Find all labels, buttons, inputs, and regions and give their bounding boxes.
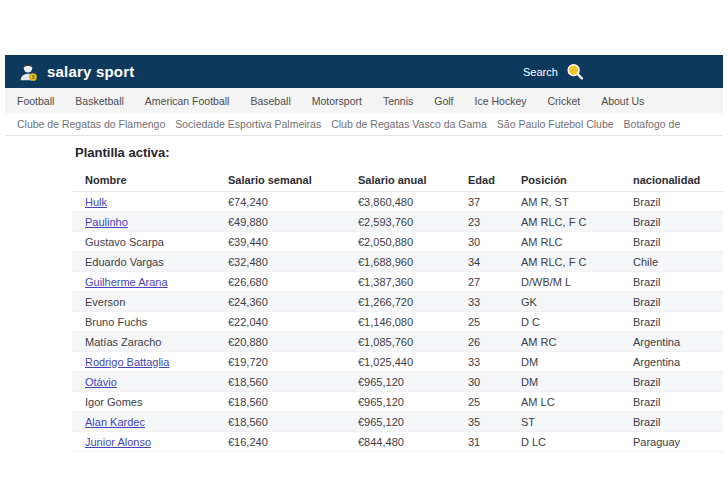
nav-item-football[interactable]: Football bbox=[17, 95, 54, 107]
club-nav-item[interactable]: Botafogo de bbox=[624, 118, 681, 130]
table-row: Otávio€18,560€965,12030DMBrazil bbox=[72, 372, 723, 392]
nav-item-about-us[interactable]: About Us bbox=[601, 95, 644, 107]
logo-link[interactable]: $ salary sport bbox=[5, 61, 134, 83]
table-row: Eduardo Vargas€32,480€1,688,96034AM RLC,… bbox=[72, 252, 723, 272]
weekly-cell: €16,240 bbox=[215, 432, 345, 452]
annual-cell: €965,120 bbox=[345, 392, 455, 412]
player-link[interactable]: Guilherme Arana bbox=[85, 276, 168, 288]
salary-table-body: Hulk€74,240€3,860,48037AM R, STBrazilPau… bbox=[72, 192, 723, 452]
position-cell: AM RLC, F C bbox=[508, 252, 620, 272]
column-header: Nombre bbox=[72, 169, 215, 192]
weekly-cell: €20,880 bbox=[215, 332, 345, 352]
player-name-cell: Paulinho bbox=[72, 212, 215, 232]
annual-cell: €1,146,080 bbox=[345, 312, 455, 332]
position-cell: AM LC bbox=[508, 392, 620, 412]
search-button[interactable]: Search bbox=[523, 55, 585, 88]
nationality-cell: Brazil bbox=[620, 372, 723, 392]
player-name-cell: Rodrigo Battaglia bbox=[72, 352, 215, 372]
player-name-cell: Hulk bbox=[72, 192, 215, 212]
nav-item-motorsport[interactable]: Motorsport bbox=[312, 95, 362, 107]
annual-cell: €965,120 bbox=[345, 372, 455, 392]
player-name-cell: Gustavo Scarpa bbox=[72, 232, 215, 252]
section-title: Plantilla activa: bbox=[75, 145, 723, 160]
club-nav-item[interactable]: Sociedade Esportiva Palmeiras bbox=[175, 118, 321, 130]
top-bar: $ salary sport Search bbox=[5, 55, 723, 88]
table-row: Paulinho€49,880€2,593,76023AM RLC, F CBr… bbox=[72, 212, 723, 232]
column-header: nacionalidad bbox=[620, 169, 723, 192]
age-cell: 31 bbox=[455, 432, 508, 452]
age-cell: 33 bbox=[455, 352, 508, 372]
nav-item-golf[interactable]: Golf bbox=[434, 95, 453, 107]
player-name-cell: Everson bbox=[72, 292, 215, 312]
nationality-cell: Argentina bbox=[620, 352, 723, 372]
table-row: Everson€24,360€1,266,72033GKBrazil bbox=[72, 292, 723, 312]
clubs-nav: Clube de Regatas do FlamengoSociedade Es… bbox=[5, 113, 723, 136]
nationality-cell: Paraguay bbox=[620, 432, 723, 452]
column-header: Edad bbox=[455, 169, 508, 192]
salary-table-header-row: NombreSalario semanalSalario anualEdadPo… bbox=[72, 169, 723, 192]
age-cell: 34 bbox=[455, 252, 508, 272]
nationality-cell: Brazil bbox=[620, 272, 723, 292]
main-content: Plantilla activa: NombreSalario semanalS… bbox=[5, 136, 723, 452]
age-cell: 23 bbox=[455, 212, 508, 232]
weekly-cell: €18,560 bbox=[215, 392, 345, 412]
position-cell: AM RLC bbox=[508, 232, 620, 252]
weekly-cell: €18,560 bbox=[215, 412, 345, 432]
player-name-cell: Bruno Fuchs bbox=[72, 312, 215, 332]
player-link[interactable]: Paulinho bbox=[85, 216, 128, 228]
table-row: Junior Alonso€16,240€844,48031D LCParagu… bbox=[72, 432, 723, 452]
annual-cell: €1,025,440 bbox=[345, 352, 455, 372]
primary-nav: FootballBasketballAmerican FootballBaseb… bbox=[5, 88, 723, 113]
player-link[interactable]: Rodrigo Battaglia bbox=[85, 356, 169, 368]
nationality-cell: Brazil bbox=[620, 212, 723, 232]
age-cell: 33 bbox=[455, 292, 508, 312]
table-row: Matías Zaracho€20,880€1,085,76026AM RCAr… bbox=[72, 332, 723, 352]
player-name-cell: Otávio bbox=[72, 372, 215, 392]
nav-item-tennis[interactable]: Tennis bbox=[383, 95, 413, 107]
annual-cell: €965,120 bbox=[345, 412, 455, 432]
nationality-cell: Brazil bbox=[620, 392, 723, 412]
player-link[interactable]: Junior Alonso bbox=[85, 436, 151, 448]
age-cell: 30 bbox=[455, 232, 508, 252]
annual-cell: €2,050,880 bbox=[345, 232, 455, 252]
position-cell: DM bbox=[508, 372, 620, 392]
weekly-cell: €24,360 bbox=[215, 292, 345, 312]
player-link[interactable]: Hulk bbox=[85, 196, 107, 208]
player-link[interactable]: Otávio bbox=[85, 376, 117, 388]
position-cell: AM RC bbox=[508, 332, 620, 352]
salary-person-icon: $ bbox=[17, 61, 39, 83]
club-nav-item[interactable]: São Paulo Futebol Clube bbox=[497, 118, 614, 130]
age-cell: 30 bbox=[455, 372, 508, 392]
annual-cell: €1,266,720 bbox=[345, 292, 455, 312]
brand-title: salary sport bbox=[47, 63, 134, 80]
nationality-cell: Brazil bbox=[620, 312, 723, 332]
nav-item-cricket[interactable]: Cricket bbox=[547, 95, 580, 107]
player-link[interactable]: Alan Kardec bbox=[85, 416, 145, 428]
player-name-cell: Junior Alonso bbox=[72, 432, 215, 452]
player-name-cell: Igor Gomes bbox=[72, 392, 215, 412]
club-nav-item[interactable]: Clube de Regatas do Flamengo bbox=[17, 118, 165, 130]
table-row: Igor Gomes€18,560€965,12025AM LCBrazil bbox=[72, 392, 723, 412]
weekly-cell: €39,440 bbox=[215, 232, 345, 252]
weekly-cell: €18,560 bbox=[215, 372, 345, 392]
table-row: Hulk€74,240€3,860,48037AM R, STBrazil bbox=[72, 192, 723, 212]
nationality-cell: Brazil bbox=[620, 192, 723, 212]
weekly-cell: €74,240 bbox=[215, 192, 345, 212]
annual-cell: €1,688,960 bbox=[345, 252, 455, 272]
position-cell: AM R, ST bbox=[508, 192, 620, 212]
search-icon bbox=[565, 62, 585, 82]
position-cell: D LC bbox=[508, 432, 620, 452]
player-name-cell: Guilherme Arana bbox=[72, 272, 215, 292]
weekly-cell: €19,720 bbox=[215, 352, 345, 372]
player-name-cell: Matías Zaracho bbox=[72, 332, 215, 352]
nationality-cell: Brazil bbox=[620, 232, 723, 252]
nav-item-ice-hockey[interactable]: Ice Hockey bbox=[475, 95, 527, 107]
club-nav-item[interactable]: Club de Regatas Vasco da Gama bbox=[331, 118, 487, 130]
nav-item-baseball[interactable]: Baseball bbox=[250, 95, 290, 107]
salary-table: NombreSalario semanalSalario anualEdadPo… bbox=[72, 169, 723, 452]
position-cell: DM bbox=[508, 352, 620, 372]
nav-item-american-football[interactable]: American Football bbox=[145, 95, 230, 107]
column-header: Salario semanal bbox=[215, 169, 345, 192]
nav-item-basketball[interactable]: Basketball bbox=[75, 95, 123, 107]
age-cell: 27 bbox=[455, 272, 508, 292]
